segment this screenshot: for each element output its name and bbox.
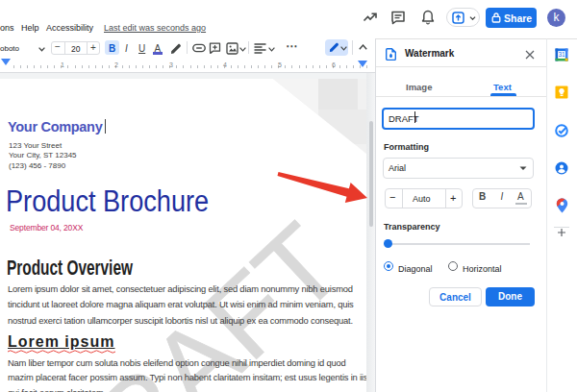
svg-text:31: 31: [558, 51, 565, 58]
